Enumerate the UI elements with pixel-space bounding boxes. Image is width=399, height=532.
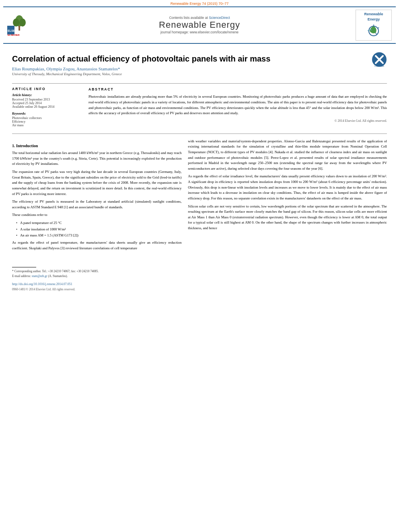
title-divider [12,83,387,84]
abstract-heading: ABSTRACT [88,87,387,92]
journal-center-info: Contents lists available at ScienceDirec… [43,16,356,34]
right-para3: Silicon solar cells are not very sensiti… [188,204,387,231]
sciencedirect-link[interactable]: ScienceDirect [209,16,230,20]
left-column: 1. Introduction The total horizontal sol… [12,139,181,292]
footnote-email: E-mail address: stam@uth.gr (A. Stamatel… [12,274,181,279]
body-para1: The total horizontal solar radiation lie… [12,150,181,167]
body-para5: As regards the effect of panel temperatu… [12,240,181,251]
svg-point-3 [13,18,19,27]
issn-text: 0960-1481/© 2014 Elsevier Ltd. All right… [12,287,181,292]
bullet-item-1: A panel temperature of 25 °C [16,220,181,226]
history-label: Article history: [12,93,80,97]
body-para2: The expansion rate of PV parks was very … [12,169,181,197]
right-column: with weather variables and material/syst… [188,139,387,292]
citation-text: Renewable Energy 74 (2015) 70–77 [171,2,229,6]
main-content: 1. Introduction The total horizontal sol… [12,139,387,292]
authors: Elias Roumpakias, Olympia Zogou, Anastas… [12,66,368,71]
footnote-star: * Corresponding author. Tel.: +30 24210 … [12,269,181,274]
paper-body: Correlation of actual efficiency of phot… [0,44,399,296]
keywords-label: Keywords: [12,112,80,115]
abstract-panel: ABSTRACT Photovoltaic installations are … [88,87,387,130]
bullet-item-2: A solar insolation of 1000 W/m² [16,227,181,232]
title-row: Correlation of actual efficiency of phot… [12,48,387,80]
doi-area: http://dx.doi.org/10.1016/j.renene.2014.… [12,281,181,287]
bullet-item-3: An air mass AM = 1.5 (ASTM G173 [2]) [16,233,181,238]
doi-link[interactable]: http://dx.doi.org/10.1016/j.renene.2014.… [12,282,72,286]
received-date: Received 23 September 2013 Accepted 25 J… [12,98,80,109]
footnote-area: * Corresponding author. Tel.: +30 24210 … [12,267,181,292]
contents-label: Contents lists available at ScienceDirec… [43,16,356,20]
article-info-abstract: ARTICLE INFO Article history: Received 2… [12,87,387,130]
abstract-text: Photovoltaic installations are already p… [88,94,387,116]
journal-logo-right: Renewable Energy [356,10,392,41]
elsevier-logo: ELSEVIER ELSEVIER [7,14,43,37]
body-para4: These conditions refer to [12,212,181,218]
section1-title: 1. Introduction [12,143,181,149]
homepage-url: journal homepage: www.elsevier.com/locat… [43,30,356,34]
svg-text:CrossMark: CrossMark [374,65,385,67]
journal-header: ELSEVIER ELSEVIER Contents lists availab… [3,6,396,44]
svg-rect-5 [19,26,20,31]
article-info-panel: ARTICLE INFO Article history: Received 2… [12,87,80,130]
keywords: Photovoltaic collectors Efficiency Air m… [12,116,80,127]
affiliation: University of Thessaly, Mechanical Engin… [12,72,368,76]
body-para3: The efficiency of PV panels is measured … [12,199,181,210]
copyright: © 2014 Elsevier Ltd. All rights reserved… [88,119,387,123]
footnote-divider [12,267,36,267]
right-para1: with weather variables and material/syst… [188,139,387,172]
svg-text:ELSEVIER: ELSEVIER [8,34,20,36]
article-title: Correlation of actual efficiency of phot… [12,53,368,64]
journal-title: Renewable Energy [43,20,356,30]
top-bar: Renewable Energy 74 (2015) 70–77 [0,0,399,6]
crossmark-icon: CrossMark [372,52,387,67]
article-info-heading: ARTICLE INFO [12,87,80,91]
bullet-list: A panel temperature of 25 °C A solar ins… [12,220,181,238]
right-para2: As regards the effect of solar irradianc… [188,174,387,201]
abstract-divider [12,134,387,134]
svg-point-4 [19,18,26,27]
